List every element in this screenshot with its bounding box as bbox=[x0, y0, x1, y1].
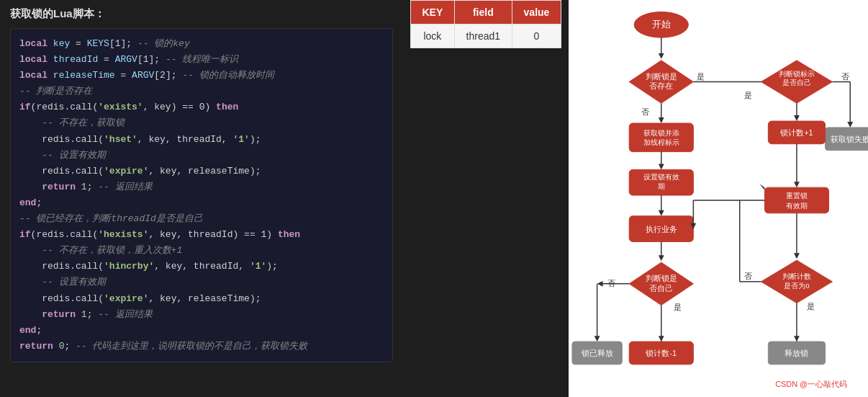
code-line-7: redis.call('hset', key, threadId, '1'); bbox=[19, 132, 384, 148]
svg-text:有效期: 有效期 bbox=[786, 202, 808, 210]
code-line-20: return 0; -- 代码走到这里，说明获取锁的不是自己，获取锁失败 bbox=[19, 339, 384, 354]
svg-text:是否为0: 是否为0 bbox=[784, 282, 810, 290]
cell-value: 0 bbox=[512, 24, 561, 48]
left-panel: 获取锁的Lua脚本： local key = KEYS[1]; -- 锁的key… bbox=[0, 0, 403, 397]
code-line-14: -- 不存在，获取锁，重入次数+1 bbox=[19, 243, 384, 259]
svg-text:执行业务: 执行业务 bbox=[646, 225, 677, 233]
flowchart: 开始 判断锁是 否存在 是 否 获取锁并添 加线程标示 设置锁有效 期 bbox=[569, 0, 868, 397]
code-line-16: -- 设置有效期 bbox=[19, 275, 384, 290]
svg-text:释放锁: 释放锁 bbox=[785, 349, 808, 357]
svg-text:加线程标示: 加线程标示 bbox=[643, 138, 679, 146]
svg-text:否: 否 bbox=[744, 272, 752, 280]
svg-text:是: 是 bbox=[674, 303, 682, 312]
code-line-12: -- 锁已经存在，判断threadId是否是自己 bbox=[19, 211, 384, 227]
svg-text:期: 期 bbox=[658, 182, 665, 190]
col-value: value bbox=[512, 1, 561, 24]
section-title: 获取锁的Lua脚本： bbox=[10, 7, 393, 21]
code-line-15: redis.call('hincrby', key, threadId, '1'… bbox=[19, 259, 384, 275]
code-line-17: redis.call('expire', key, releaseTime); bbox=[19, 291, 384, 307]
table-row: lock thread1 0 bbox=[411, 24, 561, 48]
redis-table: KEY field value lock thread1 0 bbox=[410, 0, 561, 48]
code-line-11: end; bbox=[19, 195, 384, 211]
code-line-2: local threadId = ARGV[1]; -- 线程唯一标识 bbox=[19, 52, 384, 68]
right-panel: 开始 判断锁是 否存在 是 否 获取锁并添 加线程标示 设置锁有效 期 bbox=[569, 0, 868, 397]
code-line-6: -- 不存在，获取锁 bbox=[19, 115, 384, 131]
svg-text:判断锁标示: 判断锁标示 bbox=[779, 70, 815, 78]
svg-text:否自己: 否自己 bbox=[649, 284, 673, 293]
cell-key: lock bbox=[411, 24, 455, 48]
svg-text:获取锁失败: 获取锁失败 bbox=[831, 135, 868, 143]
svg-text:否存在: 否存在 bbox=[649, 81, 673, 90]
svg-text:否: 否 bbox=[607, 279, 615, 287]
col-field: field bbox=[454, 1, 512, 24]
svg-text:是否自己: 是否自己 bbox=[782, 79, 811, 87]
code-block: local key = KEYS[1]; -- 锁的key local thre… bbox=[10, 28, 393, 362]
code-line-5: if(redis.call('exists', key) == 0) then bbox=[19, 99, 384, 115]
svg-text:否: 否 bbox=[841, 72, 849, 81]
svg-text:锁已释放: 锁已释放 bbox=[581, 349, 613, 357]
cell-field: thread1 bbox=[454, 24, 512, 48]
code-line-4: -- 判断是否存在 bbox=[19, 84, 384, 99]
col-key: KEY bbox=[411, 1, 455, 24]
code-line-9: redis.call('expire', key, releaseTime); bbox=[19, 164, 384, 179]
code-line-10: return 1; -- 返回结果 bbox=[19, 179, 384, 195]
svg-text:锁计数+1: 锁计数+1 bbox=[779, 128, 813, 137]
code-line-13: if(redis.call('hexists', key, threadId) … bbox=[19, 227, 384, 243]
code-line-19: end; bbox=[19, 323, 384, 339]
svg-text:否: 否 bbox=[641, 107, 649, 116]
svg-text:开始: 开始 bbox=[652, 19, 671, 30]
svg-text:判断锁是: 判断锁是 bbox=[646, 72, 677, 81]
code-line-3: local releaseTime = ARGV[2]; -- 锁的自动释放时间 bbox=[19, 68, 384, 84]
svg-text:CSDN @一心敲代码: CSDN @一心敲代码 bbox=[775, 380, 847, 388]
svg-text:判断锁是: 判断锁是 bbox=[646, 274, 677, 282]
svg-text:是: 是 bbox=[807, 302, 815, 311]
code-line-8: -- 设置有效期 bbox=[19, 148, 384, 164]
middle-panel: KEY field value lock thread1 0 bbox=[403, 0, 569, 397]
svg-text:是: 是 bbox=[744, 91, 752, 99]
svg-text:是: 是 bbox=[697, 72, 705, 81]
svg-text:判断计数: 判断计数 bbox=[782, 272, 811, 280]
svg-text:设置锁有效: 设置锁有效 bbox=[643, 173, 679, 181]
code-line-18: return 1; -- 返回结果 bbox=[19, 307, 384, 323]
code-line-1: local key = KEYS[1]; -- 锁的key bbox=[19, 36, 384, 52]
svg-text:锁计数-1: 锁计数-1 bbox=[645, 349, 677, 357]
svg-text:重置锁: 重置锁 bbox=[786, 192, 808, 200]
svg-text:获取锁并添: 获取锁并添 bbox=[643, 129, 679, 137]
